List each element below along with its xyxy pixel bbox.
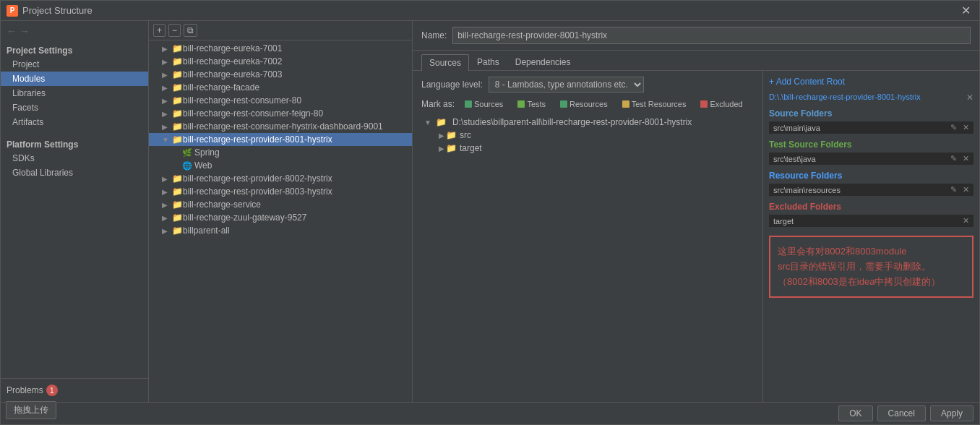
nav-arrows: ← → [1,21,148,41]
lang-level-label: Language level: [421,80,483,90]
tree-item-eureka-7002[interactable]: ▶ 📁 bill-recharge-eureka-7002 [149,55,412,68]
remove-module-button[interactable]: − [168,24,181,37]
folder-icon: 📁 [172,95,183,106]
remove-resource-icon[interactable]: ✕ [963,185,969,194]
chevron-down-icon: ▼ [424,119,431,126]
tree-toolbar: + − ⧉ [149,21,412,40]
excluded-folders-title: Excluded Folders [769,202,973,212]
sidebar-item-global-libraries[interactable]: Global Libraries [1,166,148,180]
remove-excluded-icon[interactable]: ✕ [963,216,969,226]
module-path-title[interactable]: D:\.\bill-recharge-rest-provider-8001-hy… [769,93,921,101]
app-icon: P [7,5,18,17]
sidebar: ← → Project Settings Project Modules Lib… [1,21,149,402]
tree-item-provider-8003[interactable]: ▶ 📁 bill-recharge-rest-provider-8003-hys… [149,185,412,198]
remove-root-icon[interactable]: ✕ [966,93,973,103]
root-folder-icon: 📁 [436,117,447,127]
source-folder-entry: src\main\java ✎ ✕ [769,121,973,134]
test-source-folders-title: Test Source Folders [769,139,973,150]
main-content: ← → Project Settings Project Modules Lib… [1,21,979,402]
content-root-row[interactable]: ▼ 📁 D:\studies\billparent-all\bill-recha… [421,116,754,129]
remove-source-icon[interactable]: ✕ [963,123,969,132]
forward-arrow[interactable]: → [20,25,30,37]
tree-item-provider-8002[interactable]: ▶ 📁 bill-recharge-rest-provider-8002-hys… [149,172,412,185]
sidebar-bottom: Problems 1 [1,378,148,402]
mark-as-row: Mark as: Sources Tests Resources [421,98,754,110]
folder-icon: 📁 [172,226,183,236]
src-folder-icon: 📁 [446,130,457,140]
resource-folders-title: Resource Folders [769,171,973,181]
excluded-color-swatch [700,100,708,108]
right-panel: Name: Sources Paths Dependencies Languag… [413,21,979,402]
project-settings-title: Project Settings [1,41,148,57]
tests-color-swatch [517,100,525,108]
sidebar-item-modules[interactable]: Modules [1,72,148,86]
apply-button[interactable]: Apply [930,405,973,421]
mark-test-resources-button[interactable]: Test Resources [618,98,691,110]
expand-arrow: ▶ [162,123,172,131]
chevron-right-icon: ▶ [439,132,444,139]
sidebar-item-facets[interactable]: Facets [1,100,148,115]
folder-icon: 📁 [172,173,183,184]
tree-item-billparent[interactable]: ▶ 📁 billparent-all [149,224,412,237]
add-module-button[interactable]: + [153,24,166,37]
back-arrow[interactable]: ← [7,25,17,37]
tree-item-web[interactable]: 🌐 Web [149,159,412,172]
tree-item-hystrix-dashboard[interactable]: ▶ 📁 bill-recharge-rest-consumer-hystrix-… [149,120,412,133]
copy-module-button[interactable]: ⧉ [184,24,197,37]
expand-arrow: ▶ [162,71,172,79]
tree-item-facade[interactable]: ▶ 📁 bill-recharge-facade [149,81,412,94]
test-source-folder-entry: src\test\java ✎ ✕ [769,153,973,165]
name-row: Name: [413,21,979,51]
expand-arrow: ▶ [162,227,172,235]
lang-level-select[interactable]: 8 - Lambdas, type annotations etc. [489,77,644,93]
tree-panel: + − ⧉ ▶ 📁 bill-recharge-eureka-7001 ▶ 📁 … [149,21,413,402]
folder-icon: 📁 [172,212,183,223]
folder-icon: 📁 [172,121,183,132]
name-input[interactable] [452,27,971,44]
target-folder-row[interactable]: ▶ 📁 target [421,142,754,155]
tree-item-consumer-feign[interactable]: ▶ 📁 bill-recharge-rest-consumer-feign-80 [149,107,412,120]
folder-icon: 📁 [172,56,183,66]
ok-button[interactable]: OK [838,405,872,421]
excluded-folder-entry: target ✕ [769,215,973,227]
tree-item-eureka-7001[interactable]: ▶ 📁 bill-recharge-eureka-7001 [149,42,412,55]
folder-icon: 📁 [172,108,183,119]
cancel-button[interactable]: Cancel [877,405,926,421]
mark-tests-button[interactable]: Tests [513,98,550,110]
sidebar-divider [1,129,148,135]
tree-item-service[interactable]: ▶ 📁 bill-recharge-service [149,198,412,211]
mark-excluded-button[interactable]: Excluded [696,98,747,110]
bottom-bar: OK Cancel Apply [1,402,979,424]
test-resources-color-swatch [622,100,629,108]
sidebar-item-sdks[interactable]: SDKs [1,151,148,166]
edit-source-icon[interactable]: ✎ [950,123,957,132]
edit-resource-icon[interactable]: ✎ [950,185,957,194]
module-tree: ▶ 📁 bill-recharge-eureka-7001 ▶ 📁 bill-r… [149,40,412,402]
tab-paths[interactable]: Paths [469,53,507,70]
tree-item-spring[interactable]: 🌿 Spring [149,146,412,159]
content-roots-tree: ▼ 📁 D:\studies\billparent-all\bill-recha… [421,116,754,155]
tab-dependencies[interactable]: Dependencies [507,53,579,70]
tree-item-consumer-80[interactable]: ▶ 📁 bill-recharge-rest-consumer-80 [149,94,412,107]
upload-button[interactable]: 拖拽上传 [6,401,56,419]
info-panel: + Add Content Root D:\.\bill-recharge-re… [762,71,979,402]
edit-test-source-icon[interactable]: ✎ [950,154,957,163]
mark-resources-button[interactable]: Resources [556,98,612,110]
resources-color-swatch [560,100,567,108]
expand-arrow: ▶ [162,45,172,53]
add-content-root-button[interactable]: + Add Content Root [769,77,973,87]
sidebar-item-project[interactable]: Project [1,57,148,72]
tree-item-provider-8001[interactable]: ▼ 📁 bill-recharge-rest-provider-8001-hys… [149,133,412,146]
expand-arrow: ▶ [162,201,172,209]
target-label: target [460,143,482,153]
tree-item-eureka-7003[interactable]: ▶ 📁 bill-recharge-eureka-7003 [149,68,412,81]
sidebar-item-artifacts[interactable]: Artifacts [1,115,148,129]
remove-test-source-icon[interactable]: ✕ [963,154,969,163]
tree-item-zuul[interactable]: ▶ 📁 bill-recharge-zuul-gateway-9527 [149,211,412,224]
mark-sources-button[interactable]: Sources [460,98,507,110]
sidebar-item-libraries[interactable]: Libraries [1,86,148,100]
src-folder-row[interactable]: ▶ 📁 src [421,129,754,142]
tab-sources[interactable]: Sources [421,54,469,71]
close-button[interactable]: ✕ [958,4,973,17]
problems-badge[interactable]: 1 [46,385,58,396]
